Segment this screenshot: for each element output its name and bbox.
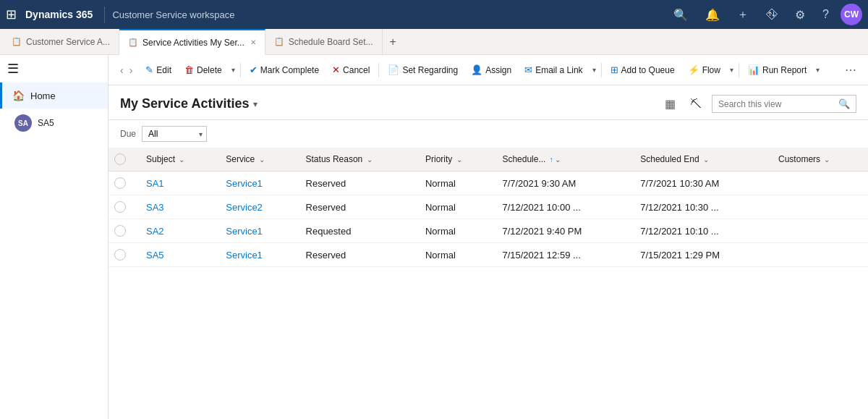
sidebar-item-home[interactable]: 🏠 Home: [0, 82, 108, 109]
row-scheduled-start: 7/12/2021 9:40 PM: [493, 219, 631, 243]
col-priority-header[interactable]: Priority ⌄: [417, 148, 493, 172]
col-scheduled-start-header[interactable]: Schedule... ↑⌄: [493, 148, 631, 172]
edit-icon: ✎: [145, 64, 153, 75]
help-icon[interactable]: ?: [817, 5, 835, 24]
search-input[interactable]: [718, 99, 838, 109]
content-area: ‹ › ✎ Edit 🗑 Delete ▾ ✔ Mark Complete ✕ …: [109, 55, 868, 419]
service-link[interactable]: Service1: [226, 226, 263, 237]
tab-schedule-board[interactable]: 📋 Schedule Board Set...: [265, 29, 383, 55]
filter-due-wrap: All Today This Week Overdue ▾: [142, 126, 207, 142]
run-report-button[interactable]: 📊 Run Report: [742, 62, 812, 78]
col-select-header[interactable]: [109, 148, 137, 172]
row-radio[interactable]: [114, 177, 126, 189]
delete-icon: 🗑: [184, 64, 194, 75]
col-scheduled-end-header[interactable]: Scheduled End ⌄: [631, 148, 770, 172]
row-customers: [770, 172, 868, 195]
row-select[interactable]: [109, 172, 137, 195]
subject-sort-icon: ⌄: [179, 156, 184, 164]
flow-button[interactable]: ⚡ Flow: [682, 62, 726, 78]
assign-button[interactable]: 👤 Assign: [465, 62, 517, 78]
row-scheduled-end: 7/12/2021 10:10 ...: [631, 219, 770, 243]
search-nav-icon[interactable]: 🔍: [668, 5, 694, 25]
check-icon: ✔: [250, 64, 258, 75]
flow-icon: ⚡: [688, 64, 699, 75]
delete-button[interactable]: 🗑 Delete: [179, 62, 228, 78]
subject-link[interactable]: SA2: [146, 226, 164, 237]
row-customers: [770, 195, 868, 219]
service-link[interactable]: Service1: [226, 250, 263, 261]
filter-icon[interactable]: ⛗: [760, 5, 783, 24]
cancel-button[interactable]: ✕ Cancel: [326, 62, 375, 78]
sidebar-home-label: Home: [30, 90, 56, 101]
data-table: Subject ⌄ Service ⌄ Status Reason ⌄ Prio…: [109, 148, 868, 419]
row-select[interactable]: [109, 243, 137, 267]
grid-icon[interactable]: ⊞: [6, 7, 17, 22]
start-sort-icon: ⌄: [555, 156, 561, 164]
row-scheduled-start: 7/7/2021 9:30 AM: [493, 172, 631, 195]
add-to-queue-button[interactable]: ⊞ Add to Queue: [605, 62, 681, 78]
tab-close-service[interactable]: ✕: [250, 38, 256, 46]
set-regarding-button[interactable]: 📄 Set Regarding: [382, 62, 464, 78]
delete-dropdown[interactable]: ▾: [229, 63, 237, 77]
email-dropdown[interactable]: ▾: [590, 63, 598, 77]
sidebar-sub-label: SA5: [38, 118, 54, 128]
col-subject-header[interactable]: Subject ⌄: [137, 148, 217, 172]
edit-button[interactable]: ✎ Edit: [140, 62, 177, 78]
flow-dropdown[interactable]: ▾: [728, 63, 736, 77]
nav-forward[interactable]: ›: [127, 62, 136, 79]
view-title-chevron[interactable]: ▾: [253, 99, 258, 109]
plus-icon[interactable]: ＋: [731, 4, 754, 25]
row-subject: SA2: [137, 219, 217, 243]
select-all-radio[interactable]: [114, 153, 126, 165]
top-navigation: ⊞ Dynamics 365 Customer Service workspac…: [0, 0, 868, 29]
report-dropdown[interactable]: ▾: [814, 63, 822, 77]
settings-icon[interactable]: ⚙: [789, 5, 811, 25]
row-radio[interactable]: [114, 201, 126, 213]
row-select[interactable]: [109, 219, 137, 243]
row-radio[interactable]: [114, 225, 126, 237]
app-label: Customer Service workspace: [104, 7, 242, 23]
sidebar: ☰ 🏠 Home SA SA5: [0, 55, 109, 419]
tab-service-activities[interactable]: 📋 Service Activities My Ser... ✕: [119, 29, 265, 55]
row-select[interactable]: [109, 195, 137, 219]
separator-3: [601, 63, 602, 77]
cancel-icon: ✕: [332, 64, 340, 75]
row-scheduled-start: 7/12/2021 10:00 ...: [493, 195, 631, 219]
mark-complete-button[interactable]: ✔ Mark Complete: [244, 62, 325, 78]
sidebar-toggle[interactable]: ☰: [0, 55, 108, 82]
row-status: Reserved: [297, 172, 417, 195]
queue-icon: ⊞: [610, 64, 618, 75]
priority-sort-icon: ⌄: [456, 156, 462, 164]
row-customers: [770, 243, 868, 267]
tab-customer-service-a[interactable]: 📋 Customer Service A...: [3, 29, 119, 55]
more-options[interactable]: ⋯: [839, 60, 862, 80]
service-link[interactable]: Service2: [226, 202, 263, 213]
add-tab-button[interactable]: +: [383, 33, 404, 51]
subject-link[interactable]: SA5: [146, 250, 164, 261]
tab-label-service: Service Activities My Ser...: [142, 38, 244, 48]
col-customers-header[interactable]: Customers ⌄: [770, 148, 868, 172]
filter-due-select[interactable]: All Today This Week Overdue: [142, 126, 207, 142]
sidebar-item-sa5[interactable]: SA SA5: [0, 109, 108, 137]
search-icon: 🔍: [838, 98, 850, 109]
nav-back[interactable]: ‹: [117, 62, 127, 79]
subject-link[interactable]: SA1: [146, 178, 164, 189]
col-status-header[interactable]: Status Reason ⌄: [297, 148, 417, 172]
user-avatar[interactable]: CW: [841, 4, 862, 25]
header-row: Subject ⌄ Service ⌄ Status Reason ⌄ Prio…: [109, 148, 868, 172]
row-scheduled-end: 7/7/2021 10:30 AM: [631, 172, 770, 195]
col-service-header[interactable]: Service ⌄: [217, 148, 297, 172]
service-link[interactable]: Service1: [226, 178, 263, 189]
row-subject: SA1: [137, 172, 217, 195]
row-radio[interactable]: [114, 249, 126, 261]
chart-view-button[interactable]: ▦: [660, 94, 680, 114]
notifications-icon[interactable]: 🔔: [699, 5, 726, 25]
subject-link[interactable]: SA3: [146, 202, 164, 213]
email-link-button[interactable]: ✉ Email a Link: [519, 62, 588, 78]
filter-view-button[interactable]: ⛏: [686, 95, 706, 114]
nav-arrows: ‹ ›: [114, 62, 138, 79]
home-icon: 🏠: [12, 90, 25, 101]
table-row: SA1 Service1 Reserved Normal 7/7/2021 9:…: [109, 172, 868, 195]
separator-4: [739, 63, 739, 77]
row-priority: Normal: [417, 172, 493, 195]
